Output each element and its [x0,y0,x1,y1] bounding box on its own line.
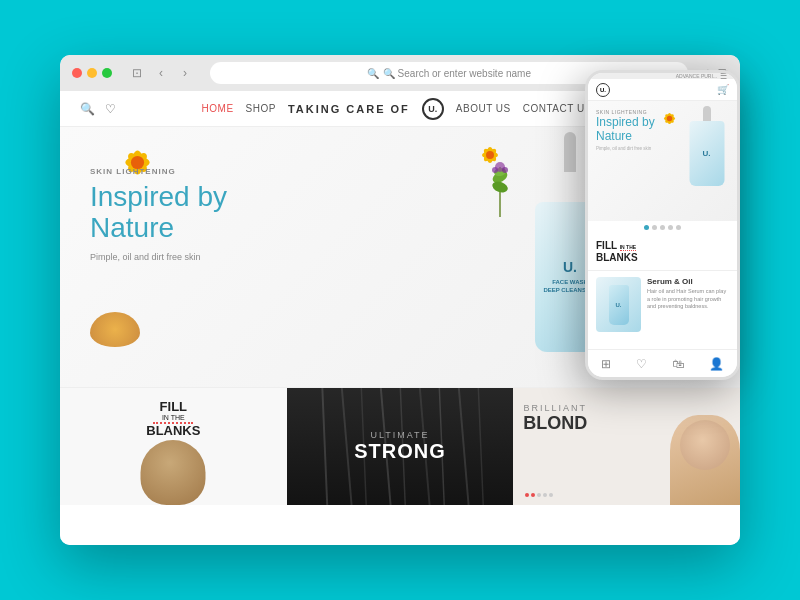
svg-point-36 [667,116,673,122]
strong-label: STRONG [354,440,446,463]
bottle-pump [564,132,576,172]
phone-in-the-label: IN THE [620,244,636,251]
nav-center: HOME SHOP TAKING CARE OF U. ABOUT US CON… [140,98,653,120]
nav-home[interactable]: HOME [202,103,234,114]
blond-dots [525,493,553,497]
phone-fill-section: FILL IN THE BLANKS [588,234,737,271]
dot-5 [549,493,553,497]
traffic-lights [72,68,112,78]
phone-card-image: U. [596,277,641,332]
nav-shop[interactable]: SHOP [246,103,276,114]
bald-head-image [60,430,287,505]
bottle-brand: U. [563,259,577,275]
svg-point-22 [502,167,508,173]
bottom-panels: FILL IN THE BLANKS ULTIMATE STRONG [60,387,740,505]
fill-label: FILL [160,399,187,414]
back-btn[interactable]: ‹ [152,64,170,82]
phone-brand-logo[interactable]: U. [596,83,610,97]
phone-hero-content: SKIN LIGHTENING Inspired by Nature Pimpl… [596,109,655,151]
phone-wishlist-icon[interactable]: ♡ [636,357,647,371]
sidebar-toggle-btn[interactable]: ⊡ [128,64,146,82]
blond-text: BRILLIANT BLOND [523,403,587,434]
mobile-phone: ADVANCE PURI... ☰ U. 🛒 SKIN LIGHTENING I… [585,70,740,380]
nav-contact[interactable]: CONTACT US [523,103,592,114]
browser-nav: ⊡ ‹ › [128,64,194,82]
phone-blanks-label: BLANKS [596,252,638,263]
wishlist-icon[interactable]: ♡ [105,102,116,116]
search-icon: 🔍 [367,68,379,79]
phone-card-title: Serum & Oil [647,277,729,286]
face-image [670,415,740,505]
phone-product-bottle: U. [684,106,729,186]
phone-bottom-nav: ⊞ ♡ 🛍 👤 [588,349,737,377]
dot-2 [531,493,535,497]
phone-hero-title: Inspired by Nature [596,115,655,144]
phone-carousel-dots [588,221,737,234]
address-text: 🔍 Search or enter website name [383,68,531,79]
nav-brand-text: TAKING CARE OF [288,103,410,115]
hero-title: Inspired by Nature [90,182,227,244]
forward-btn[interactable]: › [176,64,194,82]
phone-fill-main: FILL [596,240,617,251]
dot-3 [537,493,541,497]
nav-about[interactable]: ABOUT US [456,103,511,114]
dot-1 [525,493,529,497]
phone-home-icon[interactable]: ⊞ [601,357,611,371]
phone-account-icon[interactable]: 👤 [709,357,724,371]
phone-dot-4[interactable] [668,225,673,230]
brilliant-label: BRILLIANT [523,403,587,413]
phone-bottle-brand: U. [703,149,711,158]
brand-logo[interactable]: U. [422,98,444,120]
panel-brilliant-blond[interactable]: BRILLIANT BLOND [513,388,740,505]
traffic-light-close[interactable] [72,68,82,78]
blond-label: BLOND [523,413,587,434]
panel-ultimate-strong[interactable]: ULTIMATE STRONG [287,388,514,505]
panel-fill-blanks[interactable]: FILL IN THE BLANKS [60,388,287,505]
phone-card-description: Hair oil and Hair Serum can play a role … [647,288,729,311]
hamburger-icon[interactable]: ☰ [720,72,727,81]
phone-nav: U. 🛒 [588,79,737,101]
phone-dot-5[interactable] [676,225,681,230]
search-nav-icon[interactable]: 🔍 [80,102,95,116]
phone-card-bottle: U. [609,285,629,325]
phone-bag-icon[interactable]: 🛍 [672,357,684,371]
phone-dot-2[interactable] [652,225,657,230]
phone-cart-icon[interactable]: 🛒 [717,84,729,95]
advance-label: ADVANCE PURI... [676,73,717,79]
svg-line-31 [478,388,483,505]
phone-product-card: U. Serum & Oil Hair oil and Hair Serum c… [588,271,737,338]
phone-fill-title: FILL IN THE BLANKS [596,240,729,264]
phone-hero-desc: Pimple, oil and dirt free skin [596,146,655,151]
svg-point-21 [492,167,498,173]
svg-line-24 [342,388,352,505]
phone-dot-3[interactable] [660,225,665,230]
phone-hero: SKIN LIGHTENING Inspired by Nature Pimpl… [588,101,737,221]
svg-line-23 [322,388,327,505]
dot-4 [543,493,547,497]
hero-subtitle: SKIN LIGHTENING [90,167,227,176]
phone-card-info: Serum & Oil Hair oil and Hair Serum can … [647,277,729,332]
nav-left-icons: 🔍 ♡ [80,102,140,116]
turmeric-decoration [90,312,140,347]
phone-flower-deco [657,106,682,131]
herb-decoration [480,157,520,217]
ultimate-label: ULTIMATE [354,430,446,440]
traffic-light-maximize[interactable] [102,68,112,78]
phone-dot-1[interactable] [644,225,649,230]
hero-description: Pimple, oil and dirt free skin [90,252,227,262]
strong-text: ULTIMATE STRONG [354,430,446,463]
hero-content: SKIN LIGHTENING Inspired by Nature Pimpl… [90,167,227,262]
traffic-light-minimize[interactable] [87,68,97,78]
svg-line-30 [459,388,469,505]
phone-bottle-body: U. [689,121,724,186]
